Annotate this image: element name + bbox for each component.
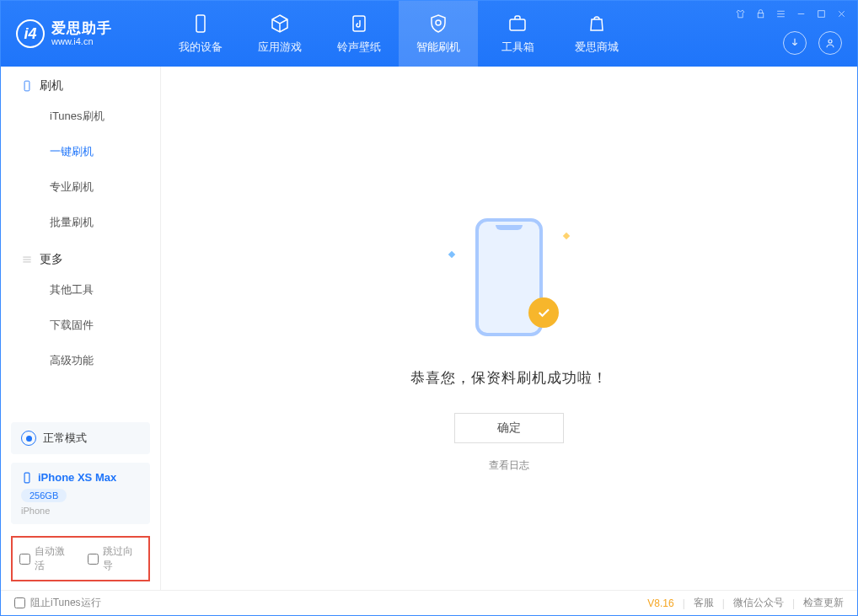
bag-icon <box>586 13 608 35</box>
check-badge-icon <box>528 297 559 328</box>
nav-flash[interactable]: 智能刷机 <box>399 1 478 67</box>
svg-rect-8 <box>24 473 29 483</box>
device-name: iPhone XS Max <box>38 471 116 484</box>
group-title: 刷机 <box>40 78 63 94</box>
ok-button[interactable]: 确定 <box>454 413 564 443</box>
sidebar-item-download-firmware[interactable]: 下载固件 <box>1 308 160 343</box>
svg-rect-4 <box>758 13 764 17</box>
shield-icon <box>427 13 449 35</box>
lock-icon[interactable] <box>754 8 766 19</box>
phone-icon <box>21 80 33 92</box>
title-bar: i4 爱思助手 www.i4.cn 我的设备 应用游戏 铃声壁纸 智能刷机 工具… <box>1 1 857 67</box>
sidebar-item-batch-flash[interactable]: 批量刷机 <box>1 205 160 240</box>
logo-icon: i4 <box>16 19 45 48</box>
close-icon[interactable] <box>835 8 847 19</box>
maximize-icon[interactable] <box>815 8 827 19</box>
device-capacity: 256GB <box>21 489 67 502</box>
minimize-icon[interactable] <box>795 8 807 19</box>
group-title: 更多 <box>40 252 63 267</box>
sidebar-item-advanced[interactable]: 高级功能 <box>1 343 160 378</box>
nav-label: 工具箱 <box>501 40 534 55</box>
svg-rect-7 <box>24 81 29 91</box>
status-dot-icon <box>21 431 36 446</box>
sidebar-item-itunes-flash[interactable]: iTunes刷机 <box>1 99 160 134</box>
nav-label: 智能刷机 <box>416 40 460 55</box>
nav-label: 爱思商城 <box>575 40 619 55</box>
skip-guide-checkbox[interactable]: 跳过向导 <box>88 544 142 573</box>
sidebar-item-pro-flash[interactable]: 专业刷机 <box>1 169 160 205</box>
wechat-link[interactable]: 微信公众号 <box>733 596 784 610</box>
device-mode-status[interactable]: 正常模式 <box>11 422 150 454</box>
nav-my-device[interactable]: 我的设备 <box>161 1 240 67</box>
nav-label: 铃声壁纸 <box>337 40 381 55</box>
header-actions <box>783 31 842 55</box>
block-itunes-checkbox[interactable]: 阻止iTunes运行 <box>14 596 101 610</box>
svg-point-2 <box>436 20 441 25</box>
status-label: 正常模式 <box>43 431 87 446</box>
nav-apps[interactable]: 应用游戏 <box>240 1 319 67</box>
auto-activate-checkbox[interactable]: 自动激活 <box>19 544 74 573</box>
svg-rect-5 <box>818 10 824 17</box>
sidebar-group-more: 更多 <box>1 240 160 272</box>
sparkle-icon <box>448 250 455 257</box>
menu-icon[interactable] <box>775 8 786 19</box>
shirt-icon[interactable] <box>734 8 746 19</box>
sidebar-item-oneclick-flash[interactable]: 一键刷机 <box>1 134 160 169</box>
svg-rect-3 <box>510 19 525 30</box>
cube-icon <box>269 13 291 35</box>
main-nav: 我的设备 应用游戏 铃声壁纸 智能刷机 工具箱 爱思商城 <box>161 1 636 67</box>
svg-rect-0 <box>196 15 205 32</box>
version-label: V8.16 <box>647 597 673 609</box>
nav-label: 应用游戏 <box>258 40 302 55</box>
briefcase-icon <box>507 13 528 35</box>
app-url: www.i4.cn <box>51 36 112 46</box>
check-update-link[interactable]: 检查更新 <box>803 596 844 610</box>
phone-icon <box>21 472 33 484</box>
sidebar: 刷机 iTunes刷机 一键刷机 专业刷机 批量刷机 更多 其他工具 下载固件 … <box>1 67 161 590</box>
list-icon <box>21 254 33 265</box>
sidebar-item-other-tools[interactable]: 其他工具 <box>1 272 160 308</box>
nav-label: 我的设备 <box>179 40 223 55</box>
support-link[interactable]: 客服 <box>694 596 714 610</box>
sidebar-group-flash: 刷机 <box>1 67 160 99</box>
svg-rect-1 <box>353 16 365 31</box>
window-controls <box>734 8 847 19</box>
nav-toolbox[interactable]: 工具箱 <box>478 1 557 67</box>
view-log-link[interactable]: 查看日志 <box>489 458 529 473</box>
device-card[interactable]: iPhone XS Max 256GB iPhone <box>11 463 150 524</box>
device-icon <box>190 13 212 35</box>
main-content: 恭喜您，保资料刷机成功啦！ 确定 查看日志 <box>161 67 857 590</box>
app-logo: i4 爱思助手 www.i4.cn <box>1 19 161 48</box>
app-name: 爱思助手 <box>51 21 112 37</box>
success-message: 恭喜您，保资料刷机成功啦！ <box>410 368 608 388</box>
flash-options-highlight: 自动激活 跳过向导 <box>11 536 150 581</box>
status-bar: 阻止iTunes运行 V8.16 | 客服 | 微信公众号 | 检查更新 <box>1 590 857 615</box>
device-type: iPhone <box>21 506 140 516</box>
success-illustration <box>454 218 564 345</box>
sparkle-icon <box>563 232 570 238</box>
music-icon <box>348 13 370 35</box>
nav-store[interactable]: 爱思商城 <box>557 1 636 67</box>
download-icon[interactable] <box>783 31 807 55</box>
nav-ringtones[interactable]: 铃声壁纸 <box>319 1 399 67</box>
user-icon[interactable] <box>818 31 842 55</box>
svg-point-6 <box>829 40 832 43</box>
